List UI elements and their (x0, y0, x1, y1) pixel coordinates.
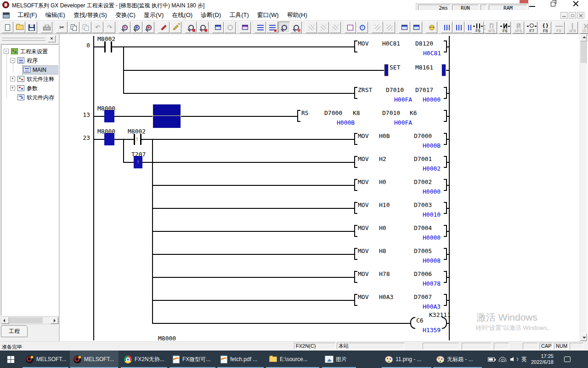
instruction-op[interactable]: MOV (358, 156, 368, 162)
coil-button[interactable]: F7 (526, 22, 537, 34)
instruction-op[interactable]: MOV (358, 40, 368, 47)
save-project-button[interactable] (26, 22, 37, 33)
ladder-editor[interactable]: 0 13 23 M8002 MOV H0C81 D8120 H0C81 SET … (61, 34, 587, 341)
closed-branch-button[interactable]: sF6 (513, 22, 524, 34)
monitor-stop-button[interactable] (290, 22, 302, 33)
collapse-icon[interactable]: − (10, 58, 15, 63)
instruction-operand[interactable]: K6 (410, 110, 417, 116)
instruction-op[interactable]: MOV (358, 271, 368, 277)
instruction-operand[interactable]: D7006 (414, 271, 432, 277)
contact-label[interactable]: M8000 (97, 128, 115, 135)
entry-data-monitor-button[interactable] (329, 22, 341, 33)
panel-grip[interactable] (2, 39, 45, 40)
menu-view[interactable]: 显示(V) (140, 10, 168, 20)
contact-label[interactable]: M8002 (97, 36, 115, 42)
taskbar-app-chrome[interactable]: FX2N无协... (120, 351, 168, 368)
instruction-operand[interactable]: M8161 (415, 64, 433, 71)
instruction-operand[interactable]: D7000 (324, 110, 342, 116)
clock-setting-button[interactable] (356, 22, 368, 33)
taskbar-app-photos[interactable]: 图片 (322, 351, 356, 368)
scroll-left-button[interactable] (1, 317, 9, 324)
line-delete-button[interactable] (453, 22, 464, 33)
contact-label[interactable]: M8002 (128, 128, 146, 135)
find-device-button[interactable] (119, 22, 130, 33)
menu-project[interactable]: 工程(F) (13, 10, 41, 20)
instruction-op[interactable]: MOV (358, 225, 368, 231)
scroll-up-button[interactable] (580, 34, 587, 41)
start-button[interactable] (0, 351, 21, 368)
notification-center-icon[interactable] (564, 356, 571, 362)
energized-contact[interactable] (104, 133, 114, 145)
application-instruction-button[interactable]: { }F8 (540, 22, 551, 34)
instruction-op[interactable]: MOV (358, 133, 368, 139)
print-button[interactable] (41, 22, 52, 33)
menu-find-replace[interactable]: 查找/替换(S) (69, 10, 111, 20)
restore-button[interactable] (551, 2, 555, 6)
taskbar-app-melsoft-1[interactable]: MELSOFT... (22, 351, 69, 368)
collapse-icon[interactable]: − (4, 49, 9, 54)
menu-online[interactable]: 在线(O) (168, 10, 197, 20)
logic-test-button[interactable] (239, 22, 251, 33)
menu-convert[interactable]: 变换(C) (111, 10, 140, 20)
instruction-operand[interactable]: D7001 (414, 156, 432, 162)
instruction-operand[interactable]: D7004 (414, 225, 432, 231)
statement-edit-button[interactable] (266, 22, 278, 33)
instruction-op[interactable]: ZRST (358, 87, 372, 93)
minimize-button[interactable] (529, 6, 535, 7)
menu-tools[interactable]: 工具(T) (225, 10, 253, 20)
delete-line-button[interactable]: cF9 (580, 22, 588, 34)
taskbar-clock[interactable]: 17:25 2022/6/18 (531, 353, 554, 365)
find-replace-string-button[interactable] (143, 22, 154, 33)
instruction-operand[interactable]: K8 (353, 110, 360, 116)
instruction-operand[interactable]: H0 (379, 179, 386, 185)
find-replace-device-button[interactable] (131, 22, 142, 33)
option-button[interactable] (224, 22, 236, 33)
contact-label[interactable]: M8000 (158, 335, 176, 341)
mdi-document-icon[interactable] (3, 12, 10, 18)
taskbar-app-paint-1[interactable]: 11.png - ... (381, 351, 432, 368)
instruction-operand[interactable]: D7003 (414, 202, 432, 208)
new-file-button[interactable] (2, 22, 13, 33)
instruction-operand[interactable]: D7000 (414, 133, 432, 139)
instruction-op[interactable]: MOV (358, 179, 368, 185)
close-button[interactable] (572, 0, 579, 7)
undo-button[interactable]: ↶ (92, 22, 103, 33)
menu-diagnostics[interactable]: 诊断(D) (197, 10, 225, 20)
instruction-operand[interactable]: H0B (379, 133, 390, 139)
edit-cursor[interactable] (153, 104, 181, 128)
taskbar-app-melsoft-2[interactable]: MELSOFT... (70, 351, 119, 368)
device-batch-monitor-button[interactable] (317, 22, 329, 33)
open-branch-button[interactable]: sF5 (486, 22, 497, 34)
instruction-operand[interactable]: D7010 (386, 87, 404, 93)
scroll-thumb[interactable] (581, 42, 587, 63)
instruction-operand[interactable]: H2 (379, 156, 386, 162)
ladder-block-button[interactable] (345, 22, 356, 33)
instruction-operand[interactable]: H0 (379, 225, 386, 231)
open-project-button[interactable] (14, 22, 25, 33)
menu-edit[interactable]: 编辑(E) (41, 10, 69, 20)
mdi-restore-button[interactable] (569, 12, 576, 19)
panel-grip[interactable] (2, 37, 45, 38)
window-tile-button[interactable] (411, 22, 422, 33)
comment-edit-button[interactable] (254, 22, 266, 33)
coil-device[interactable]: C6 (416, 317, 424, 324)
panel-close-button[interactable]: ✕ (48, 35, 56, 42)
horizontal-line-button[interactable]: F9 (553, 22, 565, 34)
mdi-minimize-button[interactable] (560, 12, 568, 19)
instruction-op[interactable]: MOV (358, 248, 368, 254)
menu-help[interactable]: 帮助(H) (283, 10, 311, 20)
instruction-operand[interactable]: D7005 (414, 248, 432, 254)
mdi-close-button[interactable] (577, 12, 584, 19)
instruction-operand[interactable]: D7002 (414, 179, 432, 185)
project-tab[interactable]: 工程 (1, 325, 28, 337)
closed-contact-button[interactable]: F6 (499, 22, 511, 34)
monitor-write-mode-button[interactable] (170, 22, 181, 33)
write-mode-button[interactable] (158, 22, 170, 33)
wifi-icon[interactable] (499, 357, 506, 362)
instruction-operand[interactable]: D7010 (382, 110, 400, 116)
menu-window[interactable]: 窗口(W) (253, 10, 283, 20)
copy-button[interactable] (68, 22, 79, 33)
monitor-start-button[interactable] (278, 22, 290, 33)
read-mode-button[interactable] (185, 22, 197, 33)
open-contact-button[interactable]: F5 (472, 22, 484, 34)
